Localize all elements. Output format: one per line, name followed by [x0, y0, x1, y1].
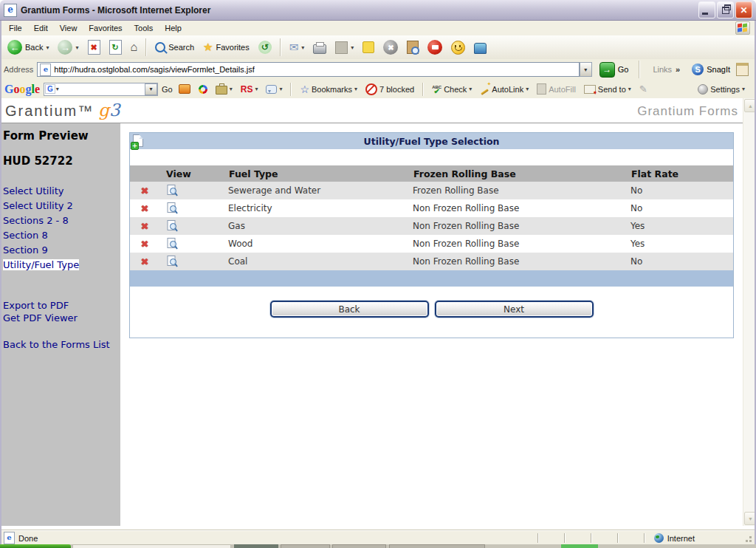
print-button[interactable]	[309, 40, 330, 55]
edit-button[interactable]: ▾	[331, 40, 357, 55]
news-icon	[179, 84, 190, 94]
back-to-forms-list-link[interactable]: Back to the Forms List	[3, 338, 119, 352]
menu-tools[interactable]: Tools	[128, 22, 159, 34]
snagit-button[interactable]: S SnagIt	[688, 61, 752, 78]
google-news-button[interactable]	[176, 83, 193, 95]
google-tools-button[interactable]: ▾	[213, 83, 235, 95]
close-button[interactable]: ✕	[735, 1, 752, 18]
back-form-button[interactable]: Back	[270, 301, 429, 318]
start-button-fragment[interactable]	[0, 544, 71, 548]
google-search-input[interactable]: G ▾ ▾	[44, 83, 158, 96]
status-right-panes: Internet	[512, 533, 752, 543]
forward-button[interactable]: → ▾	[54, 38, 82, 56]
popup-blocker-button[interactable]: 7 blocked	[363, 83, 416, 96]
google-g-dropdown[interactable]: ▾	[56, 86, 59, 92]
spellcheck-button[interactable]: ABC✔ Check ▾	[430, 84, 474, 95]
taskbar-item-fragment[interactable]	[389, 544, 485, 548]
links-chevron-icon[interactable]: »	[676, 65, 680, 74]
ie-logo-icon: e	[4, 4, 17, 17]
spellcheck-icon: ABC✔	[432, 85, 441, 94]
sidebar-item-select-utility-2[interactable]: Select Utility 2	[3, 199, 119, 213]
pagerank-button[interactable]	[196, 84, 210, 95]
taskbar-item-fragment[interactable]	[72, 544, 231, 548]
column-frozen-rolling-base: Frozen Rolling Base	[407, 168, 625, 179]
stop-button[interactable]: ✖	[84, 38, 104, 56]
restore-button[interactable]	[717, 1, 734, 18]
edit-dropdown-arrow[interactable]: ▾	[351, 44, 354, 51]
toolbar-separator	[145, 38, 147, 56]
sidebar-item-sections-2-8[interactable]: Sections 2 - 8	[3, 213, 119, 228]
taskbar-item-fragment[interactable]	[234, 544, 278, 548]
links-menu[interactable]: Links	[653, 65, 672, 74]
refresh-button[interactable]: ↻	[106, 38, 126, 56]
gray-x-button[interactable]: ✖	[379, 38, 402, 56]
view-icon[interactable]	[167, 220, 178, 232]
column-fuel-type: Fuel Type	[222, 168, 407, 179]
menu-file[interactable]: File	[3, 22, 28, 34]
rs-button[interactable]: RS▾	[238, 83, 261, 95]
history-button[interactable]: ↺	[255, 39, 275, 55]
view-icon[interactable]	[167, 256, 178, 267]
sidebar-item-utility-fuel-type[interactable]: Utility/Fuel Type	[3, 258, 119, 273]
mail-button[interactable]: ✉ ▾	[286, 39, 309, 55]
back-dropdown-arrow[interactable]: ▾	[46, 44, 49, 51]
search-button[interactable]: Search	[151, 41, 198, 54]
messenger-button[interactable]	[447, 39, 469, 56]
resize-grip[interactable]	[743, 534, 752, 543]
mail-icon: ✉	[289, 41, 299, 54]
favorites-button[interactable]: ★ Favorites	[199, 39, 253, 55]
history-icon: ↺	[258, 41, 272, 54]
chat-button[interactable]: ▾	[264, 84, 284, 95]
google-search-dropdown[interactable]: ▾	[145, 83, 157, 95]
menu-help[interactable]: Help	[159, 22, 188, 34]
address-dropdown-button[interactable]: ▾	[580, 62, 592, 77]
delete-icon[interactable]: ✖	[141, 239, 149, 250]
back-button[interactable]: ← Back ▾	[4, 38, 52, 56]
column-view: View	[159, 168, 222, 179]
sendto-button[interactable]: Send to ▾	[582, 84, 633, 95]
delete-icon[interactable]: ✖	[141, 203, 149, 214]
research-button[interactable]	[403, 39, 422, 55]
taskbar-item-fragment[interactable]	[332, 544, 386, 548]
taskbar-item-fragment[interactable]	[561, 544, 598, 548]
forward-dropdown-arrow[interactable]: ▾	[75, 44, 78, 51]
address-input[interactable]: e http://hudra.ostglobal.com/sagis/viewF…	[37, 62, 579, 77]
menu-favorites[interactable]: Favorites	[83, 22, 128, 34]
app-header: Grantium™g3 Grantium Forms	[0, 98, 756, 123]
add-record-icon[interactable]	[133, 134, 143, 147]
red-app-button[interactable]	[424, 38, 446, 56]
delete-icon[interactable]: ✖	[141, 256, 149, 267]
discussions-button[interactable]	[359, 40, 378, 55]
next-form-button[interactable]: Next	[435, 301, 594, 318]
delete-icon[interactable]: ✖	[141, 221, 149, 232]
settings-button[interactable]: Settings ▾	[695, 83, 747, 95]
sidebar-item-select-utility[interactable]: Select Utility	[3, 184, 119, 199]
get-pdf-viewer-link[interactable]: Get PDF Viewer	[3, 312, 119, 324]
google-go-button[interactable]: Go	[162, 85, 173, 94]
taskbar-item-fragment[interactable]	[281, 544, 330, 548]
go-button[interactable]: → Go	[596, 61, 633, 79]
app-name: Grantium Forms	[637, 104, 738, 119]
snagit-toolbar-button[interactable]	[470, 39, 490, 55]
bookmarks-button[interactable]: ☆ Bookmarks ▾	[298, 83, 360, 96]
favorites-label: Favorites	[216, 43, 249, 52]
menu-view[interactable]: View	[54, 22, 83, 34]
view-icon[interactable]	[167, 202, 178, 214]
sidebar-back-group: Back to the Forms List	[3, 338, 119, 352]
delete-icon[interactable]: ✖	[141, 185, 149, 196]
minimize-button[interactable]	[698, 1, 715, 18]
home-button[interactable]: ⌂	[127, 39, 142, 55]
sidebar-item-section-8[interactable]: Section 8	[3, 228, 119, 243]
view-icon[interactable]	[167, 185, 178, 196]
menu-edit[interactable]: Edit	[28, 22, 54, 34]
highlighter-button[interactable]: ✎	[637, 83, 650, 95]
snagit-capture-icon[interactable]	[736, 63, 749, 76]
address-bar: Address e http://hudra.ostglobal.com/sag…	[0, 59, 756, 81]
autolink-button[interactable]: AutoLink ▾	[478, 83, 531, 95]
export-to-pdf-link[interactable]: Export to PDF	[3, 299, 119, 312]
search-label: Search	[168, 43, 194, 52]
sidebar-item-section-9[interactable]: Section 9	[3, 243, 119, 258]
autofill-button[interactable]: AutoFill	[535, 83, 578, 95]
mail-dropdown-arrow[interactable]: ▾	[301, 44, 304, 51]
view-icon[interactable]	[167, 238, 178, 250]
